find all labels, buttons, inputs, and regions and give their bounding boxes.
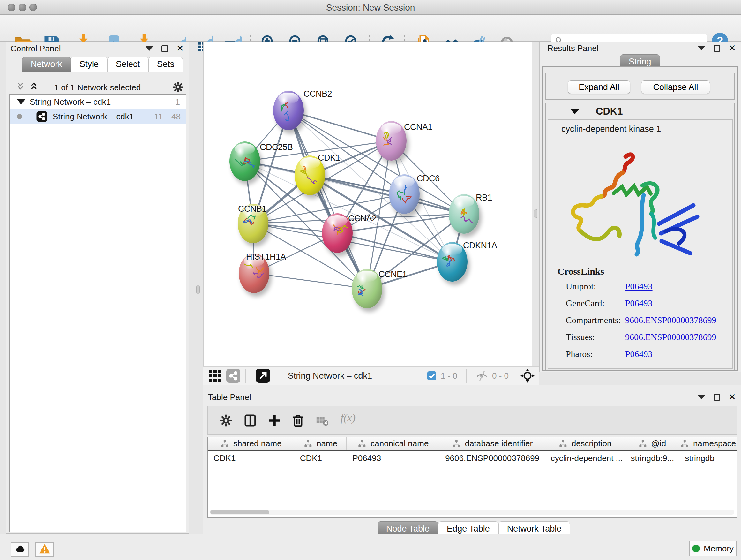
column-tree-icon <box>558 439 568 449</box>
network-view-canvas[interactable]: CCNB2CCNA1CDC25BCDK1CDC6RB1CCNB1CCNA2CDK… <box>203 42 532 366</box>
selected-checkbox-icon[interactable] <box>427 371 437 381</box>
column-header-database-identifier[interactable]: database identifier <box>440 437 545 450</box>
table-horizontal-scrollbar <box>210 509 734 515</box>
cloud-button[interactable] <box>10 542 29 557</box>
table-cell: P06493 <box>347 451 440 465</box>
crosslink-label: Uniprot: <box>557 281 625 292</box>
collapse-triangle-icon[interactable] <box>17 99 25 105</box>
crosslink-label: Compartments: <box>557 315 625 325</box>
node-label-CCNA2: CCNA2 <box>348 213 377 224</box>
crosslink-link[interactable]: P06493 <box>625 281 653 292</box>
protein-section: CDK1 cyclin-dependent kinase 1 <box>545 103 735 370</box>
node-label-RB1: RB1 <box>476 193 492 203</box>
warning-icon <box>39 543 51 556</box>
protein-structure-thumbnail <box>234 152 255 173</box>
table-panel: Table Panel ✕ f(x) shared namenamecanoni… <box>203 385 741 534</box>
edge-CCNB2-CCNE1[interactable] <box>288 111 367 289</box>
network-collection-row[interactable]: String Network – cdk1 1 <box>10 95 186 109</box>
edge-HIST1H1A-CCNE1[interactable] <box>254 273 367 289</box>
column-tree-icon <box>452 439 461 449</box>
collapse-all-button[interactable]: Collapse All <box>641 80 710 94</box>
panel-menu-icon[interactable] <box>697 395 705 399</box>
protein-section-header[interactable]: CDK1 <box>546 104 734 119</box>
panel-menu-icon[interactable] <box>697 46 705 51</box>
collapse-triangle-icon[interactable] <box>570 109 579 114</box>
scrollbar-thumb[interactable] <box>210 510 269 514</box>
crosslink-label: Tissues: <box>557 332 625 342</box>
column-header-id[interactable]: @id <box>625 437 679 450</box>
protein-structure-thumbnail <box>327 224 347 245</box>
float-panel-icon[interactable] <box>161 45 168 52</box>
table-settings-gear-icon[interactable] <box>219 413 233 428</box>
protein-structure-thumbnail <box>278 102 299 122</box>
node-CCNB2[interactable] <box>273 91 304 130</box>
crosslink-link[interactable]: 9606.ENSP00000378699 <box>625 315 716 325</box>
network-row[interactable]: String Network – cdk1 11 48 <box>10 109 186 124</box>
protein-structure-thumbnail <box>442 253 462 273</box>
crosslinks-section: CrossLinks Uniprot:P06493GeneCard:P06493… <box>557 266 716 366</box>
create-column-icon[interactable] <box>267 413 282 428</box>
edge-CCNB2-CCNA1[interactable] <box>288 111 391 141</box>
panel-menu-icon[interactable] <box>145 46 153 51</box>
node-label-HIST1H1A: HIST1H1A <box>246 252 286 262</box>
node-table-header: shared namenamecanonical namedatabase id… <box>208 437 737 451</box>
network-status-dot <box>17 114 22 119</box>
close-panel-icon[interactable]: ✕ <box>177 45 184 52</box>
node-label-CDK1: CDK1 <box>318 153 340 163</box>
table-cell: CDK1 <box>294 451 347 465</box>
crosslink-link[interactable]: P06493 <box>625 298 653 308</box>
results-panel: Results Panel ✕ String Expand All Collap… <box>539 42 741 372</box>
float-panel-icon[interactable] <box>714 45 720 52</box>
table-cell: stringdb:9... <box>625 451 679 465</box>
table-row[interactable]: CDK1CDK1P064939606.ENSP00000378699cyclin… <box>208 451 737 465</box>
results-panel-title: Results Panel <box>547 44 598 53</box>
left-splitter-handle[interactable] <box>196 285 200 294</box>
tab-sets[interactable]: Sets <box>148 57 183 71</box>
node-label-CCNA1: CCNA1 <box>404 122 432 132</box>
crosslink-link[interactable]: P06493 <box>625 349 653 359</box>
crosslink-label: Pharos: <box>557 349 625 359</box>
float-panel-icon[interactable] <box>714 394 720 401</box>
protein-structure-thumbnail <box>381 132 401 152</box>
hidden-eye-slash-icon[interactable] <box>475 369 488 382</box>
collection-count: 1 <box>176 97 180 107</box>
warning-button[interactable] <box>36 542 54 557</box>
node-CCNE1[interactable] <box>352 269 382 308</box>
node-label-CDC6: CDC6 <box>417 174 440 184</box>
window-title: Session: New Session <box>0 3 741 13</box>
current-network-title: String Network – cdk1 <box>288 371 372 381</box>
node-label-CCNB2: CCNB2 <box>304 89 332 99</box>
protein-name: CDK1 <box>596 106 623 117</box>
column-header-description[interactable]: description <box>545 437 625 450</box>
birdseye-crosshair-icon[interactable] <box>520 368 535 383</box>
node-label-CDC25B: CDC25B <box>260 142 293 152</box>
delete-column-icon[interactable] <box>291 413 306 428</box>
tab-network[interactable]: Network <box>22 57 71 71</box>
column-header-shared-name[interactable]: shared name <box>208 437 294 450</box>
network-options-gear-icon[interactable] <box>172 81 185 94</box>
close-panel-icon[interactable]: ✕ <box>729 394 736 401</box>
column-tree-icon <box>357 439 367 449</box>
crosslink-link[interactable]: 9606.ENSP00000378699 <box>625 332 716 342</box>
table-cell: stringdb <box>679 451 737 465</box>
right-splitter-handle[interactable] <box>534 209 537 218</box>
tab-select[interactable]: Select <box>107 57 148 71</box>
share-network-icon[interactable] <box>226 369 240 383</box>
column-header-name[interactable]: name <box>294 437 347 450</box>
control-panel-tabs: NetworkStyleSelectSets <box>22 57 183 71</box>
memory-button[interactable]: Memory <box>689 541 737 557</box>
node-RB1[interactable] <box>449 194 479 234</box>
expand-all-button[interactable]: Expand All <box>568 80 630 94</box>
column-tree-icon <box>680 439 689 449</box>
close-panel-icon[interactable]: ✕ <box>729 45 736 52</box>
node-CDC25B[interactable] <box>229 141 260 181</box>
node-CCNA1[interactable] <box>376 121 407 161</box>
grid-view-icon[interactable] <box>209 370 221 382</box>
external-link-icon[interactable] <box>256 369 270 383</box>
selected-node-edge-counts: 1 - 0 <box>441 371 457 381</box>
column-header-namespace[interactable]: namespace <box>679 437 737 450</box>
node-CDC6[interactable] <box>389 174 420 214</box>
column-header-canonical-name[interactable]: canonical name <box>347 437 440 450</box>
tab-style[interactable]: Style <box>71 57 107 71</box>
show-columns-icon[interactable] <box>243 413 258 428</box>
